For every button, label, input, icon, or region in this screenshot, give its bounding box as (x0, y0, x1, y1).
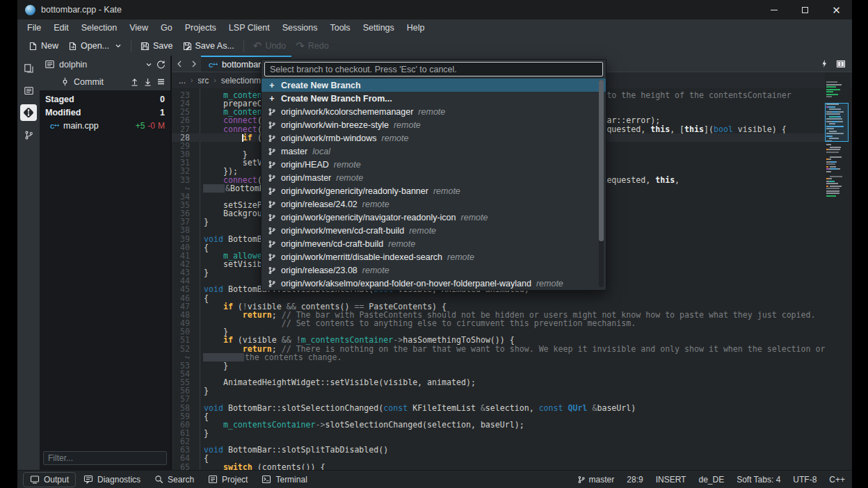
minimap-line (826, 96, 832, 97)
minimap-scrollbar[interactable] (825, 72, 850, 470)
save-button[interactable]: Save (136, 38, 178, 54)
cpp-file-icon: C++ (49, 121, 59, 131)
branch-item[interactable]: origin/work/merritt/disable-indexed-sear… (262, 250, 606, 263)
documents-panel-icon[interactable] (20, 60, 37, 76)
menu-lsp-client[interactable]: LSP Client (223, 21, 276, 35)
statusbar-project-button[interactable]: Project (202, 473, 254, 487)
branch-item[interactable]: origin/release/24.02remote (262, 197, 606, 211)
statusbar-output-button[interactable]: Output (23, 472, 76, 487)
close-button[interactable]: ✕ (821, 0, 852, 19)
breadcrumb-item[interactable]: ... (179, 76, 186, 86)
minimap-viewport[interactable] (825, 103, 849, 142)
filter-input[interactable]: Filter... (43, 451, 167, 465)
popup-scrollbar-thumb[interactable] (599, 80, 604, 241)
menu-selection[interactable]: Selection (75, 21, 123, 35)
branch-item[interactable]: origin/work/akselmo/expand-folder-on-hov… (262, 277, 606, 290)
statusbar-item[interactable]: 28:9 (627, 475, 643, 485)
maximize-icon (802, 7, 808, 13)
minimap-line (830, 168, 837, 170)
branch-item[interactable]: origin/release/23.08remote (262, 263, 606, 277)
branch-icon (268, 227, 276, 235)
menu-help[interactable]: Help (401, 21, 431, 35)
git-panel-icon[interactable] (20, 104, 37, 121)
statusbar-terminal-button[interactable]: Terminal (255, 473, 313, 487)
nav-back-icon[interactable] (172, 56, 186, 72)
file-new-icon (29, 42, 38, 51)
split-view-icon[interactable] (836, 60, 846, 68)
statusbar-search-button[interactable]: Search (148, 473, 200, 487)
branch-action-item[interactable]: +Create New Branch From... (262, 92, 606, 105)
branch-item[interactable]: origin/work/meven/cd-craft-buildremote (262, 224, 606, 237)
branch-item[interactable]: origin/HEADremote (262, 158, 606, 171)
symbols-panel-icon[interactable] (20, 82, 37, 99)
branch-item[interactable]: masterlocal (262, 145, 606, 158)
popup-scrollbar[interactable] (599, 80, 604, 287)
menu-settings[interactable]: Settings (357, 21, 401, 35)
commit-button[interactable]: Commit (74, 77, 104, 87)
save-as-button[interactable]: Save As... (178, 38, 239, 54)
branch-item[interactable]: origin/work/rmb-windowsremote (262, 131, 606, 145)
undo-button[interactable]: ↶Undo (248, 38, 291, 54)
git-project-name[interactable]: dolphin (59, 60, 87, 70)
branch-action-item[interactable]: +Create New Branch (262, 79, 606, 92)
menu-sessions[interactable]: Sessions (276, 21, 324, 35)
menu-view[interactable]: View (123, 21, 154, 35)
statusbar-diagnostics-button[interactable]: Diagnostics (77, 473, 147, 487)
minimap-line (826, 188, 839, 189)
modified-file-row[interactable]: C++ main.cpp +5 -0 M (40, 119, 170, 132)
branch-icon (268, 240, 276, 248)
statusbar-item[interactable]: Soft Tabs: 4 (737, 475, 780, 485)
lsp-action-icon[interactable] (821, 59, 828, 68)
menu-projects[interactable]: Projects (179, 21, 223, 35)
undo-icon: ↶ (253, 42, 262, 50)
git-panel: dolphin Commit Staged 0 Modified (40, 56, 170, 470)
chevron-down-icon[interactable] (145, 61, 152, 68)
minimize-button[interactable] (758, 0, 789, 19)
branch-item[interactable]: origin/work/genericity/readonly-bannerre… (262, 184, 606, 197)
diff-status: M (158, 121, 165, 131)
minimap-line (830, 147, 841, 148)
maximize-button[interactable] (789, 0, 821, 19)
menu-edit[interactable]: Edit (47, 21, 75, 35)
branch-icon (577, 475, 586, 484)
statusbar-branch[interactable]: master (577, 475, 615, 485)
statusbar-item[interactable]: C++ (829, 475, 845, 485)
branch-item[interactable]: origin/meven/cd-craft-buildremote (262, 237, 606, 250)
menu-go[interactable]: Go (154, 21, 179, 35)
new-button[interactable]: New (24, 38, 63, 54)
push-icon[interactable] (130, 77, 139, 86)
branch-item[interactable]: origin/work/… (262, 290, 606, 291)
code-line: switch (contents()) { (204, 463, 326, 470)
statusbar-item[interactable]: de_DE (698, 475, 724, 485)
branch-item[interactable]: origin/work/kcolorschememanagerremote (262, 105, 606, 118)
minimap-line (826, 94, 838, 95)
staged-count: 0 (160, 95, 165, 104)
staged-row[interactable]: Staged 0 (40, 92, 170, 106)
statusbar-item[interactable]: UTF-8 (793, 475, 817, 485)
redo-button[interactable]: ↷Redo (291, 38, 333, 54)
modified-row[interactable]: Modified 1 (40, 106, 170, 119)
line-number: 58 (172, 404, 190, 412)
refresh-icon[interactable] (156, 60, 166, 69)
toolbar-separator (131, 40, 131, 52)
statusbar-item[interactable]: INSERT (656, 475, 686, 485)
branch-search-input[interactable]: Select branch to checkout. Press 'Esc' t… (264, 62, 603, 76)
kate-app-icon (25, 5, 35, 15)
wrap-indent-marker (203, 184, 225, 193)
modified-file-name: main.cpp (63, 121, 99, 131)
menu-icon[interactable] (156, 77, 166, 86)
pull-icon[interactable] (143, 77, 152, 86)
minimap-line (826, 166, 828, 168)
branch-item[interactable]: origin/masterremote (262, 171, 606, 184)
branches-panel-icon[interactable] (20, 127, 37, 143)
breadcrumb-item[interactable]: src (198, 76, 209, 86)
menu-file[interactable]: File (21, 21, 47, 35)
staged-label: Staged (45, 95, 74, 104)
nav-forward-icon[interactable] (186, 56, 201, 72)
modified-label: Modified (45, 108, 81, 117)
menu-tools[interactable]: Tools (323, 21, 356, 35)
project-icon (208, 475, 218, 484)
open-button[interactable]: Open... (63, 38, 127, 54)
branch-item[interactable]: origin/work/win-breeze-styleremote (262, 118, 606, 131)
branch-item[interactable]: origin/work/genericity/navigator-readonl… (262, 211, 606, 224)
